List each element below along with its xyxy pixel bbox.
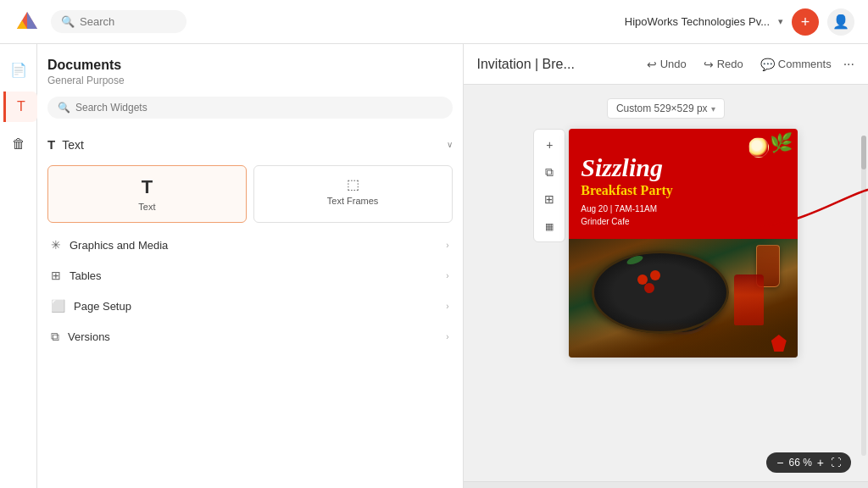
- text-item-text-label: Text: [138, 202, 155, 212]
- canvas-title-line2: Breakfast Party: [581, 182, 786, 198]
- zoom-in-button[interactable]: +: [815, 456, 826, 469]
- comments-label: Comments: [778, 58, 832, 70]
- bottom-scrollbar[interactable]: [464, 481, 869, 488]
- sidebar-icon-text[interactable]: T: [3, 92, 37, 122]
- canvas-area: Custom 529×529 px ▾ + ⧉ ⊞ ▦ Sizzling B: [464, 85, 869, 481]
- menu-item-graphics[interactable]: ✳ Graphics and Media ›: [47, 230, 453, 260]
- redo-label: Redo: [717, 58, 743, 70]
- menu-item-tables[interactable]: ⊞ Tables ›: [47, 260, 453, 291]
- company-chevron-icon[interactable]: ▾: [778, 16, 783, 27]
- sidebar-panel: Documents General Purpose 🔍 T Text ∨ T T…: [37, 44, 464, 488]
- text-item-frames[interactable]: ⬚ Text Frames: [253, 165, 453, 223]
- search-icon: 🔍: [61, 15, 75, 28]
- topbar-right: HipoWorks Technologies Pv... ▾ + 👤: [625, 8, 854, 36]
- size-chevron-icon: ▾: [711, 104, 715, 114]
- zoom-out-button[interactable]: −: [775, 456, 785, 469]
- tables-chevron-icon: ›: [446, 271, 448, 280]
- undo-label: Undo: [660, 58, 687, 70]
- sidebar-icon-rail: 📄 T 🗑: [0, 44, 37, 488]
- tables-label: Tables: [70, 269, 102, 282]
- page-setup-icon: ⬜: [51, 299, 65, 313]
- add-button[interactable]: +: [792, 8, 819, 36]
- user-button[interactable]: 👤: [827, 8, 854, 36]
- layers-tool-button[interactable]: ⧉: [537, 160, 561, 184]
- food-image: [569, 239, 798, 358]
- add-tool-button[interactable]: +: [537, 133, 561, 157]
- svg-marker-1: [27, 12, 37, 29]
- comments-button[interactable]: 💬 Comments: [755, 54, 837, 75]
- topbar: 🔍 HipoWorks Technologies Pv... ▾ + 👤: [0, 0, 868, 44]
- toolbar-more-icon[interactable]: ···: [843, 57, 854, 72]
- sidebar-icon-file[interactable]: 📄: [3, 54, 34, 85]
- search-widgets-input[interactable]: [75, 102, 442, 114]
- text-item-text[interactable]: T Text: [47, 165, 247, 223]
- versions-label: Versions: [68, 330, 110, 343]
- menu-item-page-setup[interactable]: ⬜ Page Setup ›: [47, 291, 453, 321]
- redo-icon: ↪: [704, 58, 714, 71]
- text-item-frames-label: Text Frames: [327, 196, 379, 206]
- content-toolbar: Invitation | Bre... ↩ Undo ↪ Redo 💬 Comm…: [464, 44, 869, 85]
- main-layout: 📄 T 🗑 Documents General Purpose 🔍 T Text…: [0, 44, 868, 488]
- graphics-chevron-icon: ›: [446, 241, 448, 250]
- page-setup-label: Page Setup: [74, 300, 131, 313]
- tables-icon: ⊞: [51, 269, 61, 282]
- text-item-text-icon: T: [142, 176, 153, 198]
- size-label: Custom 529×529 px: [616, 103, 708, 114]
- undo-icon: ↩: [647, 58, 657, 71]
- versions-chevron-icon: ›: [446, 332, 448, 341]
- zoom-bar: − 66 % + ⛶: [766, 452, 851, 473]
- panel-subtitle: General Purpose: [47, 75, 453, 86]
- leaf-decor: 🌿: [770, 132, 793, 154]
- text-items-row: T Text ⬚ Text Frames: [47, 158, 453, 230]
- canvas-detail2: Grinder Cafe: [581, 215, 786, 228]
- text-section-chevron-icon: ∨: [447, 140, 453, 149]
- side-tools: + ⧉ ⊞ ▦: [533, 129, 565, 242]
- company-name: HipoWorks Technologies Pv...: [625, 15, 770, 28]
- size-selector[interactable]: Custom 529×529 px ▾: [607, 98, 725, 119]
- search-box[interactable]: 🔍: [51, 10, 186, 33]
- search-input[interactable]: [80, 15, 164, 28]
- content-area: Invitation | Bre... ↩ Undo ↪ Redo 💬 Comm…: [464, 44, 869, 488]
- canvas-title-line1: Sizzling: [581, 155, 786, 180]
- redo-button[interactable]: ↪ Redo: [698, 54, 748, 75]
- app-logo[interactable]: [14, 8, 41, 36]
- graphics-label: Graphics and Media: [70, 239, 168, 252]
- design-canvas[interactable]: Sizzling Breakfast Party Aug 20 | 7AM-11…: [569, 129, 798, 358]
- search-widgets-icon: 🔍: [58, 102, 70, 114]
- text-item-frames-icon: ⬚: [347, 176, 359, 192]
- undo-button[interactable]: ↩ Undo: [642, 54, 692, 75]
- canvas-detail1: Aug 20 | 7AM-11AM: [581, 202, 786, 215]
- comments-icon: 💬: [760, 58, 775, 71]
- search-widgets-box[interactable]: 🔍: [47, 97, 453, 119]
- page-setup-chevron-icon: ›: [446, 302, 448, 311]
- doc-title: Invitation | Bre...: [477, 57, 575, 72]
- menu-item-versions[interactable]: ⧉ Versions ›: [47, 321, 453, 352]
- sidebar-icon-delete[interactable]: 🗑: [3, 129, 34, 159]
- graphics-icon: ✳: [51, 238, 61, 252]
- zoom-value: 66 %: [788, 457, 811, 469]
- text-section-label: Text: [62, 138, 84, 152]
- panel-title: Documents: [47, 58, 453, 73]
- canvas-wrapper: + ⧉ ⊞ ▦ Sizzling Breakfast Party Aug 20 …: [533, 129, 798, 358]
- text-section-header[interactable]: T Text ∨: [47, 130, 453, 158]
- text-section-icon: T: [47, 137, 55, 152]
- grid-tool-button[interactable]: ⊞: [537, 187, 561, 211]
- versions-icon: ⧉: [51, 330, 59, 344]
- fullscreen-button[interactable]: ⛶: [829, 457, 843, 469]
- toolbar-actions: ↩ Undo ↪ Redo 💬 Comments ···: [642, 54, 854, 75]
- scrollbar-thumb[interactable]: [861, 136, 866, 169]
- qr-tool-button[interactable]: ▦: [537, 214, 561, 238]
- scrollbar-track: [861, 136, 866, 456]
